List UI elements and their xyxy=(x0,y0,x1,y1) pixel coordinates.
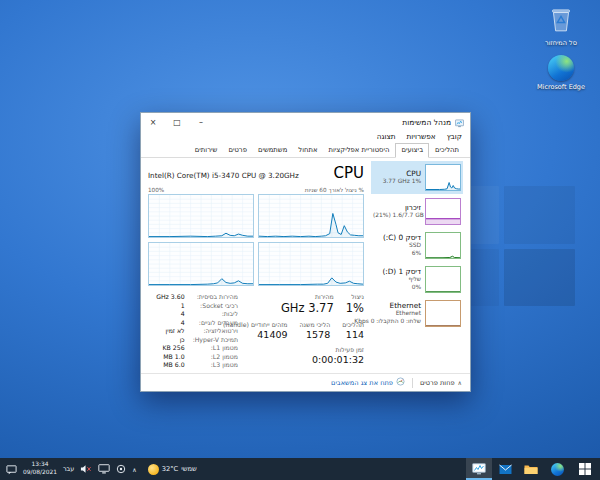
chevron-up-icon: ∧ xyxy=(458,379,462,386)
stat-uptime-label: זמן פעילות xyxy=(312,346,364,353)
detail-label-6: מטמון L1: xyxy=(193,344,238,351)
sidebar-item-disk1[interactable]: דיסק 1 (D:)שליף0% xyxy=(371,263,463,296)
stat-speed: מהירות3.77 GHz xyxy=(281,293,334,315)
sidebar-item-cpu[interactable]: CPU3.77 GHz 1% xyxy=(371,161,463,194)
desktop-icon-recycle-bin[interactable]: סל המיחזור xyxy=(532,5,590,47)
stat-speed-value: 3.77 GHz xyxy=(281,301,334,315)
cpu-device-name: Intel(R) Core(TM) i5-3470 CPU @ 3.20GHz xyxy=(148,171,299,180)
taskbar: 13:34 09/08/2021 עבר xyxy=(0,458,600,480)
disk0-sidebar-line1: SSD xyxy=(373,242,421,250)
sidebar-item-disk0[interactable]: דיסק 0 (C:)SSD6% xyxy=(371,229,463,262)
tab-details[interactable]: פרטים xyxy=(223,144,252,157)
disk1-mini-chart xyxy=(425,266,461,293)
taskbar-clock[interactable]: 13:34 09/08/2021 xyxy=(23,461,57,476)
disk1-sidebar-title: דיסק 1 (D:) xyxy=(373,267,421,276)
minimize-button[interactable]: – xyxy=(189,113,213,132)
taskbar-app-edge[interactable] xyxy=(544,458,570,480)
detail-value-1: 1 xyxy=(143,302,185,309)
stat-processes: תהליכים114 xyxy=(342,321,364,340)
cpu-sidebar-text: CPU3.77 GHz 1% xyxy=(373,169,421,186)
detail-value-2: 4 xyxy=(143,310,185,317)
cpu-mini-chart xyxy=(425,164,461,191)
weather-condition: שמשי xyxy=(181,465,197,473)
clock-time: 13:34 xyxy=(23,461,57,469)
disk1-sidebar-line1: שליף xyxy=(373,276,421,284)
tab-processes[interactable]: תהליכים xyxy=(430,144,464,157)
maximize-button[interactable]: □ xyxy=(165,113,189,132)
stats-uptime-row: זמן פעילות0:00:01:32 xyxy=(248,346,364,365)
stat-speed-label: מהירות xyxy=(281,293,334,300)
window-footer: ∧ פחות פרטים פתח את צג המשאבים xyxy=(141,373,470,391)
action-center-icon[interactable] xyxy=(6,464,17,475)
stat-threads-value: 1578 xyxy=(300,329,331,340)
weather-widget[interactable]: 32°C שמשי xyxy=(143,458,202,480)
disk0-sidebar-line2: 6% xyxy=(373,250,421,258)
disk0-sidebar-title: דיסק 0 (C:) xyxy=(373,233,421,242)
footer-divider xyxy=(412,378,413,388)
fewer-details-button[interactable]: ∧ פחות פרטים xyxy=(420,379,462,387)
cpu-stats-right: ניצול1%מהירות3.77 GHzתהליכים114הליכי משנ… xyxy=(248,293,364,373)
disk1-sidebar-text: דיסק 1 (D:)שליף0% xyxy=(373,267,421,292)
tab-app-history[interactable]: היסטוריית אפליקציות xyxy=(323,144,394,157)
menu-file[interactable]: קובץ xyxy=(447,132,462,141)
stat-uptime-value: 0:00:01:32 xyxy=(312,354,364,365)
network-icon[interactable] xyxy=(98,464,110,474)
detail-label-1: רכיבי Socket: xyxy=(193,302,238,309)
ethernet-sidebar-title: Ethernet xyxy=(373,301,421,310)
clock-date: 09/08/2021 xyxy=(23,469,57,477)
taskbar-app-mail[interactable] xyxy=(492,458,518,480)
window-title: מנהל המשימות xyxy=(402,118,451,127)
stat-utilization-label: ניצול xyxy=(346,293,364,300)
cpu-stats: ניצול1%מהירות3.77 GHzתהליכים114הליכי משנ… xyxy=(148,293,364,373)
sidebar-item-ethernet[interactable]: EthernetEthernetשלחו: 0 התקבלו: 0 Kbps xyxy=(371,297,463,330)
disk0-mini-chart xyxy=(425,232,461,259)
ethernet-sidebar-line1: Ethernet xyxy=(373,310,421,318)
menu-bar: קובץאפשרויותתצוגה xyxy=(141,132,470,143)
tray-status-icon[interactable] xyxy=(116,464,126,474)
stats-secondary-row: תהליכים114הליכי משנה1578מזהים ייחודיים (… xyxy=(248,321,364,340)
folder-icon xyxy=(524,460,538,479)
cpu-title: CPU xyxy=(334,164,365,182)
stat-processes-value: 114 xyxy=(342,329,364,340)
close-button[interactable]: × xyxy=(141,113,165,132)
stat-threads-label: הליכי משנה xyxy=(300,321,331,328)
tab-bar: תהליכיםביצועיםהיסטוריית אפליקציותאתחולמש… xyxy=(141,143,470,158)
system-tray: 13:34 09/08/2021 עבר xyxy=(0,458,208,480)
memory-mini-chart xyxy=(425,198,461,225)
x-axis-label: % ניצול לאורך 60 שניות xyxy=(305,187,364,193)
taskbar-apps xyxy=(466,458,600,480)
ethernet-sidebar-line2: שלחו: 0 התקבלו: 0 Kbps xyxy=(373,318,421,326)
recycle-bin-label: סל המיחזור xyxy=(532,39,590,47)
sidebar-item-memory[interactable]: זיכרון(21%) 1.6/7.7 GB xyxy=(371,195,463,228)
disk0-sidebar-text: דיסק 0 (C:)SSD6% xyxy=(373,233,421,258)
cpu-details: מהירות בסיסית:3.60 GHzרכיבי Socket:1ליבו… xyxy=(143,293,238,373)
open-resource-monitor-link[interactable]: פתח את צג המשאבים xyxy=(331,377,405,388)
edge-label: Microsoft Edge xyxy=(535,83,587,91)
memory-sidebar-text: זיכרון(21%) 1.6/7.7 GB xyxy=(373,203,421,220)
taskbar-app-task-manager[interactable] xyxy=(466,458,492,480)
window-title-group: מנהל המשימות xyxy=(402,113,464,132)
task-manager-taskbar-icon xyxy=(472,460,486,479)
taskbar-app-file-explorer[interactable] xyxy=(518,458,544,480)
cpu-core-chart-0 xyxy=(258,194,364,238)
ethernet-mini-chart xyxy=(425,300,461,327)
tab-users[interactable]: משתמשים xyxy=(253,144,292,157)
menu-options[interactable]: אפשרויות xyxy=(407,132,436,141)
volume-muted-icon[interactable] xyxy=(80,464,92,474)
sun-icon xyxy=(148,464,159,475)
detail-value-6: 256 KB xyxy=(143,344,185,351)
language-indicator[interactable]: עבר xyxy=(63,465,74,473)
desktop-icon-edge[interactable]: Microsoft Edge xyxy=(535,55,587,91)
detail-value-5: כן xyxy=(143,336,185,343)
titlebar[interactable]: מנהל המשימות – □ × xyxy=(141,113,470,132)
show-hidden-icons-chevron[interactable]: ∧ xyxy=(132,466,136,473)
stat-utilization-value: 1% xyxy=(346,301,364,315)
tab-performance[interactable]: ביצועים xyxy=(395,143,429,158)
resource-monitor-icon xyxy=(396,377,405,388)
disk1-sidebar-line2: 0% xyxy=(373,284,421,292)
tab-startup[interactable]: אתחול xyxy=(293,144,322,157)
tab-services[interactable]: שירותים xyxy=(190,144,223,157)
start-button[interactable] xyxy=(570,458,600,480)
memory-sidebar-title: זיכרון xyxy=(373,203,421,212)
menu-view[interactable]: תצוגה xyxy=(377,132,396,141)
